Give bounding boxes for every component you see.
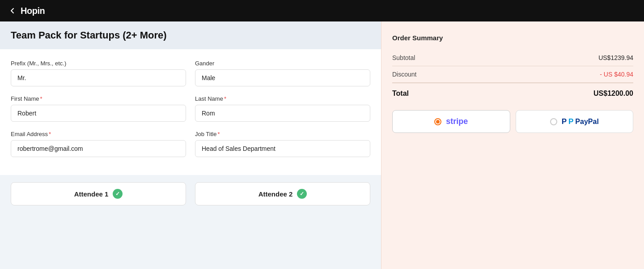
discount-value: - US $40.94: [600, 71, 633, 78]
last-name-group: Last Name*: [195, 95, 370, 122]
left-panel: Team Pack for Startups (2+ More) Prefix …: [0, 21, 381, 269]
attendee-2-button[interactable]: Attendee 2 ✓: [195, 182, 370, 205]
discount-label: Discount: [392, 71, 416, 78]
paypal-pp-icon: P: [568, 117, 573, 126]
stripe-radio: [434, 118, 441, 125]
payment-options: stripe P P PayPal: [392, 110, 633, 133]
total-label: Total: [392, 90, 409, 98]
discount-row: Discount - US $40.94: [392, 66, 633, 83]
form-row-prefix-gender: Prefix (Mr., Mrs., etc.) Gander: [11, 60, 370, 86]
first-name-label: First Name*: [11, 95, 186, 102]
back-arrow-icon: [7, 5, 18, 16]
main-layout: Team Pack for Startups (2+ More) Prefix …: [0, 21, 644, 269]
email-group: Email Address*: [11, 131, 186, 157]
prefix-label: Prefix (Mr., Mrs., etc.): [11, 60, 186, 67]
job-title-label: Job Title*: [195, 131, 370, 137]
total-row: Total US$1200.00: [392, 83, 633, 107]
prefix-input[interactable]: [11, 69, 186, 86]
attendee-1-check-icon: ✓: [113, 189, 123, 199]
gender-group: Gander: [195, 60, 370, 86]
last-name-label: Last Name*: [195, 95, 370, 102]
total-value: US$1200.00: [593, 90, 633, 98]
back-button[interactable]: Hopin: [7, 5, 45, 16]
page-title: Team Pack for Startups (2+ More): [11, 30, 370, 41]
form-row-name: First Name* Last Name*: [11, 95, 370, 122]
gender-input[interactable]: [195, 69, 370, 86]
paypal-text: PayPal: [575, 118, 598, 126]
attendee-2-check-icon: ✓: [297, 189, 307, 199]
subtotal-value: US$1239.94: [598, 54, 633, 61]
subtotal-label: Subtotal: [392, 54, 415, 61]
email-input[interactable]: [11, 140, 186, 157]
paypal-p-icon: P: [562, 117, 567, 126]
form-section: Prefix (Mr., Mrs., etc.) Gander First Na…: [0, 49, 381, 175]
order-summary-panel: Order Summary Subtotal US$1239.94 Discou…: [381, 21, 644, 269]
brand-name: Hopin: [21, 6, 45, 16]
paypal-logo: P P PayPal: [562, 117, 599, 126]
order-summary-title: Order Summary: [392, 34, 633, 42]
gender-label: Gander: [195, 60, 370, 67]
job-title-group: Job Title*: [195, 131, 370, 157]
last-name-input[interactable]: [195, 105, 370, 122]
form-row-email-job: Email Address* Job Title*: [11, 131, 370, 157]
attendee-1-button[interactable]: Attendee 1 ✓: [11, 182, 186, 205]
subtotal-row: Subtotal US$1239.94: [392, 50, 633, 66]
stripe-payment-option[interactable]: stripe: [392, 110, 510, 133]
attendee-2-label: Attendee 2: [258, 190, 293, 198]
prefix-group: Prefix (Mr., Mrs., etc.): [11, 60, 186, 86]
job-title-input[interactable]: [195, 140, 370, 157]
attendee-1-label: Attendee 1: [74, 190, 109, 198]
stripe-label: stripe: [446, 117, 468, 126]
attendee-row: Attendee 1 ✓ Attendee 2 ✓: [0, 175, 381, 205]
paypal-radio: [550, 118, 557, 125]
first-name-group: First Name*: [11, 95, 186, 122]
paypal-payment-option[interactable]: P P PayPal: [516, 110, 634, 133]
topbar: Hopin: [0, 0, 644, 21]
first-name-input[interactable]: [11, 105, 186, 122]
page-title-bar: Team Pack for Startups (2+ More): [0, 21, 381, 49]
email-label: Email Address*: [11, 131, 186, 137]
